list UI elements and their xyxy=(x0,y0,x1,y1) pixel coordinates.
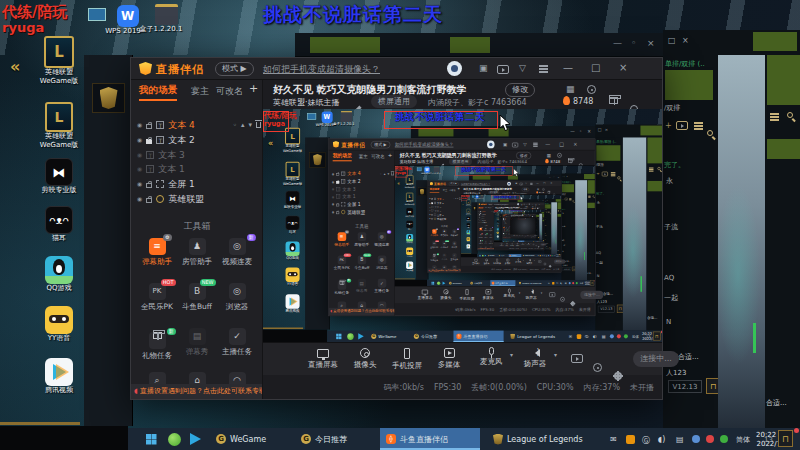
tray-volume-icon[interactable]: ◖) xyxy=(544,255,545,256)
filter-icon[interactable]: ▽ xyxy=(523,142,526,147)
source-settings-icon[interactable]: ◦ xyxy=(233,121,237,129)
tool-mod-helper[interactable]: ♟ 房管助手 xyxy=(177,238,217,267)
tray-person-icon[interactable] xyxy=(610,334,614,338)
maximize-button[interactable]: □ xyxy=(543,182,545,185)
lock-icon[interactable] xyxy=(336,211,339,214)
tab-my-scenes[interactable]: 我的场景 xyxy=(503,216,505,217)
tray-network-icon[interactable]: ▤ xyxy=(602,334,606,339)
desktop-icon-yy[interactable]: YY语音 xyxy=(497,232,500,235)
back-chevron-icon[interactable]: « xyxy=(10,57,20,76)
search-icon[interactable] xyxy=(787,112,793,118)
filter-icon[interactable]: ▽ xyxy=(519,63,526,73)
desktop-icon-yy[interactable]: YY语音 xyxy=(45,306,85,343)
lock-icon-locked[interactable] xyxy=(336,181,339,184)
search-icon[interactable] xyxy=(560,210,561,211)
taskbar-button-league[interactable]: League of Legends xyxy=(487,428,599,450)
tool-browser[interactable]: ◎ 浏览器 xyxy=(488,234,493,238)
toolbar-speaker[interactable]: 扬声器▾ xyxy=(521,289,541,300)
move-up-icon[interactable]: ▴ xyxy=(455,198,456,200)
start-button[interactable] xyxy=(336,334,341,339)
selection-box-watermark[interactable] xyxy=(461,195,468,201)
start-button[interactable] xyxy=(432,282,435,285)
maximize-button[interactable]: □ xyxy=(559,141,564,147)
layout-icon[interactable]: ▦ xyxy=(547,152,551,157)
tray-mail-icon[interactable]: ✉ xyxy=(548,282,550,284)
desktop-icon-yy[interactable]: YY语音 xyxy=(406,247,416,257)
tool-gift-task[interactable]: 新 礼物任务 xyxy=(332,279,352,296)
close-icon[interactable]: × xyxy=(647,38,655,48)
tray-mail-icon[interactable]: ✉ xyxy=(538,255,539,256)
tray-red-icon[interactable] xyxy=(706,435,714,443)
preview-content[interactable]: 代练/陪玩 ryuga W WPS 2019 盒子1.2.20.1 挑战不说脏话… xyxy=(263,109,662,342)
add-friend-icon[interactable]: + xyxy=(562,198,564,200)
tray-network-icon[interactable]: ▤ xyxy=(546,255,547,256)
add-scene-button[interactable]: + xyxy=(388,151,393,158)
tool-video-link[interactable]: ◎新 视频连麦 xyxy=(217,238,257,267)
source-name[interactable]: 英雄联盟 xyxy=(347,209,365,216)
tool-browser[interactable]: ◎ 浏览器 xyxy=(449,241,459,249)
tool-anchor-task[interactable]: ✓ 主播任务 xyxy=(372,279,392,294)
tray-green-icon[interactable] xyxy=(552,255,553,256)
chevron-down-icon[interactable]: ▾ xyxy=(541,291,543,295)
toolbar-phone-cast[interactable]: 手机投屏 xyxy=(510,243,515,246)
tray-volume-icon[interactable]: ◖) xyxy=(560,282,562,284)
close-button[interactable]: × xyxy=(573,141,577,147)
search-icon[interactable] xyxy=(572,200,574,202)
desktop-icon-qqgame[interactable]: QQ游戏 xyxy=(286,242,306,261)
desktop-icon-box[interactable]: 盒子1.2.20.1 xyxy=(503,210,505,212)
lock-icon[interactable] xyxy=(479,222,480,223)
tool-anchor-task[interactable]: ✓ 主播任务 xyxy=(488,240,493,244)
tool-browser[interactable]: ◎ 浏览器 xyxy=(372,256,392,271)
lock-icon-locked[interactable] xyxy=(146,139,152,144)
connect-button[interactable]: 连接中... xyxy=(554,260,566,264)
back-chevron-icon[interactable]: « xyxy=(268,139,273,149)
source-name[interactable]: 文本 3 xyxy=(158,149,185,162)
visibility-icon[interactable]: ◉ xyxy=(137,137,142,143)
add-scene-button[interactable]: + xyxy=(249,82,258,95)
category-label[interactable]: 英雄联盟·妹纸主播 xyxy=(400,159,433,165)
help-link[interactable]: 如何把手机变成超清摄像头？ xyxy=(263,63,380,76)
desktop-icon-box[interactable]: 盒子1.2.20.1 xyxy=(480,195,484,199)
visibility-icon[interactable]: ◉ xyxy=(137,152,142,158)
desktop-icon-capcut[interactable]: ⧓ 剪映专业版 xyxy=(286,191,306,210)
minimize-icon[interactable]: — xyxy=(549,176,551,179)
source-name[interactable]: 文本 2 xyxy=(168,134,195,147)
tray-green-icon[interactable] xyxy=(576,282,578,284)
app-titlebar[interactable]: 直播伴侣 模式 ▶ 如何把手机变成超清摄像头？ ▣ ▽ — □ × xyxy=(329,139,595,150)
desktop-icon-box[interactable]: 盒子1.2.20.1 xyxy=(432,167,441,175)
desktop-icon-capcut[interactable]: ⧓ 剪映专业版 xyxy=(467,217,472,222)
green-scrollbar[interactable] xyxy=(640,276,642,292)
desktop-icon-maoer[interactable]: ᴖᴥᴖ 猫耳 xyxy=(497,225,500,228)
lock-icon[interactable] xyxy=(146,124,152,129)
visibility-icon[interactable]: ◉ xyxy=(137,122,142,128)
close-icon[interactable]: × xyxy=(587,129,591,134)
desktop-icon-capcut[interactable]: ⧓ 剪映专业版 xyxy=(497,221,500,224)
lock-icon[interactable] xyxy=(336,173,339,176)
ime-indicator[interactable]: 简体 xyxy=(632,334,639,339)
tray-mail-icon[interactable]: ✉ xyxy=(569,334,572,339)
minimize-icon[interactable]: — xyxy=(538,200,539,201)
tray-red-icon[interactable] xyxy=(572,282,574,284)
gift-icon[interactable] xyxy=(548,191,550,193)
tool-browser[interactable]: ◎ 浏览器 xyxy=(217,283,257,312)
monitor-shortcut-icon[interactable] xyxy=(417,168,422,171)
taskbar-button-douyu-active[interactable]: ⟠ 斗鱼直播伴侣 xyxy=(453,331,503,342)
close-button[interactable]: × xyxy=(619,62,627,73)
edit-title-button[interactable]: 修改 xyxy=(505,83,535,97)
chevron-down-icon[interactable]: ▾ xyxy=(510,351,513,358)
add-friend-icon[interactable]: + xyxy=(665,121,672,130)
source-name[interactable]: 全屏 1 xyxy=(347,201,360,208)
preview-content[interactable] xyxy=(511,218,536,235)
tray-mail-icon[interactable]: ✉ xyxy=(610,435,617,444)
tool-danmu-show[interactable]: ▤ 弹幕秀 xyxy=(352,279,372,294)
list-icon[interactable] xyxy=(770,116,779,118)
lock-icon[interactable] xyxy=(432,199,434,200)
filter-icon[interactable]: ▽ xyxy=(526,203,527,204)
edit-pencil-icon[interactable] xyxy=(441,159,445,163)
tray-g-icon[interactable]: Ⓖ xyxy=(642,435,650,446)
taskbar-button-douyu-active[interactable]: ⟠ 斗鱼直播伴侣 xyxy=(380,428,480,450)
monitor-shortcut-icon[interactable] xyxy=(472,196,474,198)
toolbar-speaker[interactable]: 扬声器▾ xyxy=(524,258,534,264)
move-up-icon[interactable]: ▴ xyxy=(241,121,245,129)
toolbar-phone-cast[interactable]: 手机投屏 xyxy=(387,347,427,371)
